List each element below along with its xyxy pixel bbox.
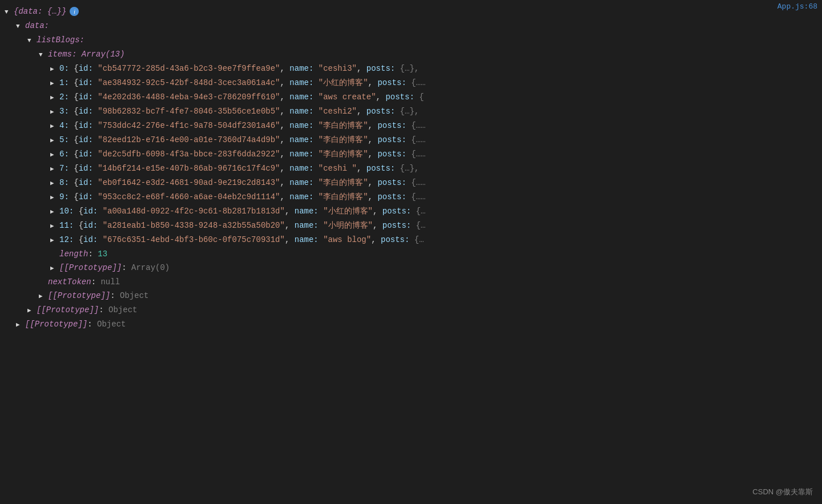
root-toggle[interactable] (5, 6, 13, 18)
item-6-toggle[interactable] (50, 148, 58, 161)
item-row-9[interactable]: 9: { id: "953cc8c2-e68f-4660-a6ae-04eb2c… (0, 190, 822, 204)
prototype-listblogs-value: Object (120, 289, 148, 302)
item-1-index: 1: (59, 76, 69, 89)
length-row: length : 13 (0, 247, 822, 261)
item-row-1[interactable]: 1: { id: "ae384932-92c5-42bf-848d-3cec3a… (0, 76, 822, 90)
item-7-toggle[interactable] (50, 163, 58, 175)
item-10-toggle[interactable] (50, 205, 58, 218)
prototype-data-key: [[Prototype]] (37, 304, 99, 316)
prototype-listblogs-toggle[interactable] (39, 290, 47, 303)
prototype-items-value: Array(0) (131, 261, 170, 274)
prototype-root-key: [[Prototype]] (25, 318, 87, 330)
item-11-index: 11: (59, 219, 74, 232)
item-3-toggle[interactable] (50, 106, 58, 118)
item-4-index: 4: (59, 119, 69, 132)
item-row-7[interactable]: 7: { id: "14b6f214-e15e-407b-86ab-96716c… (0, 162, 822, 176)
item-0-toggle[interactable] (50, 63, 58, 75)
item-9-toggle[interactable] (50, 191, 58, 204)
prototype-listblogs-key: [[Prototype]] (48, 289, 110, 302)
prototype-data-value: Object (108, 304, 137, 316)
item-6-index: 6: (59, 148, 69, 160)
listblogs-toggle[interactable] (27, 34, 35, 47)
data-key: data: (25, 19, 49, 32)
root-label: {data: {…}} (14, 5, 66, 18)
data-toggle[interactable] (16, 20, 24, 33)
item-3-index: 3: (59, 105, 69, 118)
item-1-toggle[interactable] (50, 77, 58, 90)
prototype-listblogs-row[interactable]: [[Prototype]] : Object (0, 289, 822, 303)
items-row[interactable]: items: Array(13) (0, 47, 822, 62)
item-row-11[interactable]: 11: { id: "a281eab1-b850-4338-9248-a32b5… (0, 219, 822, 233)
prototype-data-toggle[interactable] (27, 304, 35, 317)
prototype-root-row[interactable]: [[Prototype]] : Object (0, 317, 822, 332)
item-row-8[interactable]: 8: { id: "eb0f1642-e3d2-4681-90ad-9e219c… (0, 176, 822, 190)
item-row-2[interactable]: 2: { id: "4e202d36-4488-4eba-94e3-c78620… (0, 90, 822, 104)
listblogs-key: listBlogs: (37, 34, 84, 46)
item-0-index: 0: (59, 62, 69, 75)
item-2-index: 2: (59, 91, 69, 103)
items-container: 0: { id: "cb547772-285d-43a6-b2c3-9ee7f9… (0, 62, 822, 247)
source-link[interactable]: App.js:68 (777, 2, 817, 11)
info-icon[interactable]: i (70, 7, 79, 16)
item-row-6[interactable]: 6: { id: "de2c5dfb-6098-4f3a-bbce-283f6d… (0, 147, 822, 162)
item-7-index: 7: (59, 162, 69, 175)
items-label: items: Array(13) (48, 48, 124, 61)
item-4-toggle[interactable] (50, 120, 58, 132)
item-8-index: 8: (59, 176, 69, 189)
prototype-root-value: Object (97, 318, 126, 330)
watermark: CSDN @傲夫靠斯 (752, 487, 813, 497)
prototype-items-toggle[interactable] (50, 262, 58, 275)
item-5-toggle[interactable] (50, 134, 58, 147)
length-value: 13 (98, 248, 107, 260)
devtools-panel: App.js:68 {data: {…}} i data: listBlogs:… (0, 0, 822, 504)
prototype-root-toggle[interactable] (16, 318, 24, 331)
item-11-toggle[interactable] (50, 220, 58, 232)
item-row-10[interactable]: 10: { id: "a00a148d-0922-4f2c-9c61-8b281… (0, 204, 822, 219)
item-row-0[interactable]: 0: { id: "cb547772-285d-43a6-b2c3-9ee7f9… (0, 62, 822, 76)
item-row-4[interactable]: 4: { id: "753ddc42-276e-4f1c-9a78-504df2… (0, 119, 822, 133)
root-object-row[interactable]: {data: {…}} i (0, 5, 822, 19)
item-10-index: 10: (59, 205, 74, 217)
item-9-index: 9: (59, 191, 69, 203)
item-2-toggle[interactable] (50, 91, 58, 104)
nexttoken-value: null (100, 276, 120, 288)
nexttoken-key: nextToken (48, 276, 91, 288)
items-toggle[interactable] (39, 49, 47, 61)
prototype-items-key: [[Prototype]] (59, 261, 122, 274)
data-key-row[interactable]: data: (0, 19, 822, 33)
item-5-index: 5: (59, 134, 69, 146)
item-8-toggle[interactable] (50, 177, 58, 189)
item-12-toggle[interactable] (50, 234, 58, 247)
item-row-5[interactable]: 5: { id: "82eed12b-e716-4e00-a01e-7360d7… (0, 133, 822, 147)
item-row-12[interactable]: 12: { id: "676c6351-4ebd-4bf3-b60c-0f075… (0, 233, 822, 247)
prototype-items-row[interactable]: [[Prototype]] : Array(0) (0, 261, 822, 275)
prototype-data-row[interactable]: [[Prototype]] : Object (0, 303, 822, 317)
nexttoken-row: nextToken : null (0, 275, 822, 289)
item-row-3[interactable]: 3: { id: "98b62832-bc7f-4fe7-8046-35b56c… (0, 104, 822, 119)
length-key: length (59, 248, 88, 260)
item-12-index: 12: (59, 233, 74, 246)
listblogs-key-row[interactable]: listBlogs: (0, 33, 822, 47)
